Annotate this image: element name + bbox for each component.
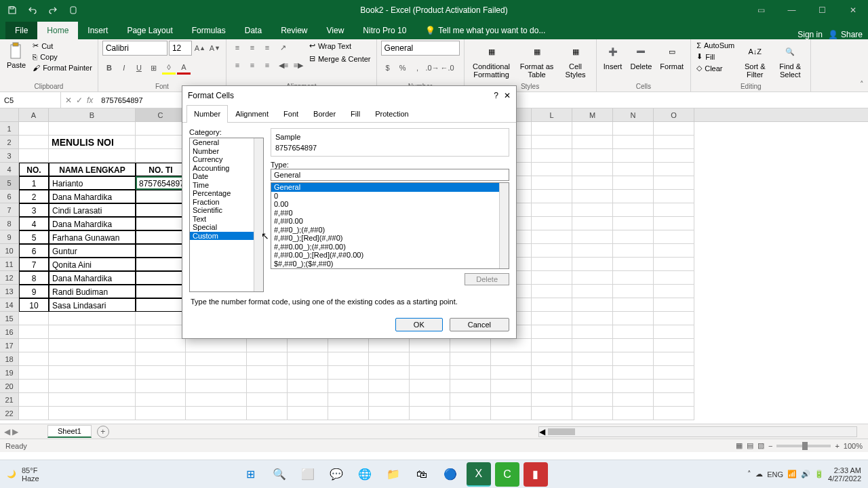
undo-icon[interactable]: [26, 3, 39, 17]
row-header[interactable]: 5: [0, 176, 19, 190]
cell[interactable]: [572, 312, 613, 325]
ok-button[interactable]: OK: [395, 318, 443, 331]
cell[interactable]: [654, 407, 694, 420]
cell[interactable]: [572, 203, 613, 217]
cell[interactable]: [136, 244, 186, 258]
wifi-icon[interactable]: 📶: [787, 470, 797, 479]
align-bottom-icon[interactable]: ≡: [260, 41, 274, 54]
row-header[interactable]: 13: [0, 285, 19, 298]
category-item[interactable]: Scientific: [190, 206, 263, 215]
cell[interactable]: NAMA LENGKAP: [49, 163, 136, 176]
cell[interactable]: [369, 352, 410, 366]
cell[interactable]: [49, 325, 136, 339]
cell[interactable]: [491, 339, 532, 352]
cell[interactable]: [19, 136, 49, 149]
cell[interactable]: [288, 380, 328, 393]
font-color-button[interactable]: A: [177, 61, 191, 75]
cell[interactable]: [532, 176, 572, 190]
category-item[interactable]: Time: [190, 181, 263, 190]
find-select-button[interactable]: 🔍Find & Select: [774, 41, 806, 80]
cell[interactable]: [49, 149, 136, 163]
cell[interactable]: [613, 176, 654, 190]
cell[interactable]: [613, 312, 654, 325]
cell[interactable]: 5: [19, 230, 49, 244]
cancel-button[interactable]: Cancel: [450, 318, 509, 331]
cell[interactable]: [572, 163, 613, 176]
increase-font-icon[interactable]: A▲: [193, 41, 207, 55]
cell[interactable]: [613, 325, 654, 339]
type-input[interactable]: [271, 169, 509, 181]
cell[interactable]: [532, 217, 572, 230]
cell[interactable]: [136, 407, 186, 420]
align-right-icon[interactable]: ≡: [260, 58, 274, 72]
decrease-indent-icon[interactable]: ◀≡: [277, 58, 290, 72]
col-header-L[interactable]: L: [532, 108, 572, 121]
cell[interactable]: [572, 380, 613, 393]
cell[interactable]: Harianto: [49, 176, 136, 190]
row-header[interactable]: 6: [0, 190, 19, 203]
cell[interactable]: [186, 366, 247, 380]
dialog-tab-alignment[interactable]: Alignment: [228, 105, 276, 122]
italic-button[interactable]: I: [117, 61, 131, 75]
row-header[interactable]: 12: [0, 271, 19, 285]
cell[interactable]: [186, 393, 247, 407]
fill-color-button[interactable]: ◊: [162, 61, 176, 75]
tab-home[interactable]: Home: [37, 22, 78, 39]
row-header[interactable]: 21: [0, 393, 19, 407]
name-box[interactable]: C5: [0, 92, 61, 108]
currency-icon[interactable]: $: [381, 61, 395, 75]
ribbon-display-icon[interactable]: ▭: [746, 0, 776, 20]
cell[interactable]: [654, 230, 694, 244]
cell[interactable]: [572, 285, 613, 298]
cell[interactable]: [613, 271, 654, 285]
underline-button[interactable]: U: [132, 61, 146, 75]
cell[interactable]: [328, 366, 369, 380]
cell[interactable]: [247, 339, 288, 352]
tab-page-layout[interactable]: Page Layout: [117, 22, 182, 39]
col-header-B[interactable]: B: [49, 108, 136, 121]
cell[interactable]: [186, 352, 247, 366]
chrome-icon[interactable]: 🔵: [438, 462, 462, 487]
cell[interactable]: [288, 352, 328, 366]
align-center-icon[interactable]: ≡: [245, 58, 259, 72]
clear-button[interactable]: ◇Clear: [695, 63, 736, 73]
type-item[interactable]: #,##0: [271, 209, 509, 218]
cell[interactable]: [410, 339, 450, 352]
bold-button[interactable]: B: [102, 61, 116, 75]
tray-chevron-icon[interactable]: ˄: [747, 470, 751, 479]
cell[interactable]: [532, 285, 572, 298]
cell[interactable]: [288, 339, 328, 352]
cell[interactable]: [532, 149, 572, 163]
cell[interactable]: [572, 271, 613, 285]
edge-icon[interactable]: 🌐: [353, 462, 377, 487]
decrease-font-icon[interactable]: A▼: [208, 41, 222, 55]
cell[interactable]: [369, 393, 410, 407]
touch-mouse-icon[interactable]: [66, 3, 80, 17]
type-item[interactable]: #,##0_);[Red](#,##0): [271, 234, 509, 243]
cell[interactable]: [654, 244, 694, 258]
cell[interactable]: [613, 149, 654, 163]
paste-button[interactable]: Paste: [4, 41, 28, 70]
row-header[interactable]: 15: [0, 312, 19, 325]
tab-data[interactable]: Data: [235, 22, 271, 39]
cell[interactable]: [572, 217, 613, 230]
cell[interactable]: [450, 380, 491, 393]
cell[interactable]: [654, 312, 694, 325]
cell[interactable]: [613, 203, 654, 217]
cell[interactable]: [613, 190, 654, 203]
row-header[interactable]: 14: [0, 298, 19, 312]
cell[interactable]: [450, 366, 491, 380]
cell[interactable]: [613, 339, 654, 352]
tab-review[interactable]: Review: [271, 22, 317, 39]
cell[interactable]: [247, 352, 288, 366]
sheet-tab[interactable]: Sheet1: [47, 425, 92, 438]
category-item[interactable]: Accounting: [190, 164, 263, 173]
cell[interactable]: [572, 258, 613, 271]
type-item[interactable]: 0: [271, 192, 509, 201]
col-header-C[interactable]: C: [136, 108, 186, 121]
cell[interactable]: [613, 122, 654, 136]
cell[interactable]: [613, 258, 654, 271]
cut-button[interactable]: ✂Cut: [31, 41, 94, 51]
cell[interactable]: [136, 312, 186, 325]
maximize-icon[interactable]: ☐: [807, 0, 837, 20]
